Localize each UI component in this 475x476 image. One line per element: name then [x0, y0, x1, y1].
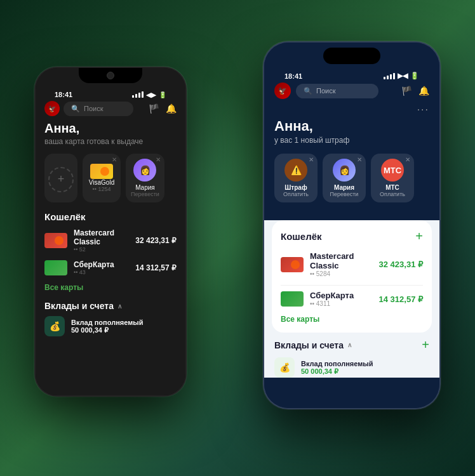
search-bar-left[interactable]: 🔍 Поиск	[64, 102, 133, 116]
card-info-sber-right: СберКарта •• 4311	[310, 291, 373, 307]
deposit-item-right[interactable]: 💰 Вклад пополняемый 50 000,34 ₽	[274, 357, 429, 378]
bell-icon-left[interactable]: 🔔	[166, 103, 177, 114]
card-info-mc-right: Mastercard Classic •• 5284	[310, 251, 373, 277]
deposit-balance-left: 50 000,34 ₽	[71, 326, 144, 334]
chevron-deposits-right: ∧	[347, 341, 352, 348]
visa-card-thumb	[90, 164, 113, 179]
maria-label-right: Мария	[334, 184, 354, 191]
wallet-title-left: Кошелёк	[44, 211, 177, 222]
card-info-mc-left: Mastercard Classic •• 52	[74, 228, 129, 253]
sber-name-left: СберКарта	[74, 260, 129, 269]
deposit-icon-left: 💰	[44, 316, 65, 336]
sber-number-right: •• 4311	[310, 300, 373, 307]
card-item-mc-left[interactable]: Mastercard Classic •• 52 32 423,31 ₽	[44, 228, 177, 253]
phone-left: 18:41 ◀▶ 🔋 🦅	[34, 67, 187, 397]
deposit-info-left: Вклад пополняемый 50 000,34 ₽	[71, 319, 144, 334]
maria-avatar-left: 👩	[133, 159, 156, 182]
close-maria-right[interactable]: ✕	[357, 156, 362, 163]
subtitle-right: у вас 1 новый штраф	[274, 136, 429, 145]
mts-action[interactable]: ✕ МТС МТС Оплатить	[371, 154, 414, 202]
greeting-right: Анна,	[274, 118, 429, 135]
maria-action-left[interactable]: ✕ 👩 Мария Перевести	[126, 154, 164, 202]
sber-name-right: СберКарта	[310, 291, 373, 300]
all-cards-left[interactable]: Все карты	[44, 283, 177, 292]
deposits-title-left: Вклады и счета ∧	[44, 301, 177, 311]
top-section-right: 18:41 ▶◀ 🔋 🦅	[264, 69, 439, 213]
add-action-left[interactable]: +	[44, 154, 77, 202]
mc-balance-left: 32 423,31 ₽	[135, 236, 177, 245]
fine-label: Штраф	[284, 184, 307, 191]
time-right: 18:41	[284, 72, 302, 80]
close-visa[interactable]: ✕	[112, 156, 117, 163]
close-fine[interactable]: ✕	[309, 156, 314, 163]
mc-thumb-right	[281, 257, 304, 272]
visa-card-action[interactable]: ✕ VisaGold •• 1254	[83, 154, 121, 202]
search-placeholder-left: Поиск	[84, 105, 103, 112]
mc-number-right: •• 5284	[310, 270, 373, 277]
status-icons-right: ▶◀ 🔋	[384, 72, 419, 80]
deposit-item-left[interactable]: 💰 Вклад пополняемый 50 000,34 ₽	[44, 316, 177, 336]
camera-left	[107, 72, 114, 79]
fine-sublabel: Оплатить	[283, 191, 309, 197]
status-bar-left: 18:41 ◀▶ 🔋	[44, 88, 177, 101]
mts-label: МТС	[385, 184, 399, 191]
mc-number-left: •• 52	[74, 246, 129, 253]
mc-name-right: Mastercard Classic	[310, 251, 373, 270]
phone-right: 18:41 ▶◀ 🔋 🦅	[263, 41, 441, 409]
search-bar-right[interactable]: 🔍 Поиск	[296, 84, 378, 98]
dynamic-island	[323, 48, 380, 64]
add-card-btn[interactable]: +	[415, 229, 423, 244]
mts-sublabel: Оплатить	[380, 191, 405, 197]
time-left: 18:41	[55, 91, 72, 98]
all-cards-right[interactable]: Все карты	[281, 315, 423, 324]
visa-sublabel: •• 1254	[93, 186, 111, 192]
deposit-icon-right: 💰	[274, 357, 295, 378]
status-icons-left: ◀▶ 🔋	[132, 91, 166, 98]
flag-icon-right: 🏴	[401, 86, 412, 96]
card-info-sber-left: СберКарта •• 43	[74, 260, 129, 275]
brand-icon-right: 🦅	[274, 83, 291, 99]
sber-thumb-left	[44, 260, 67, 275]
header-row-left: 🦅 🔍 Поиск 🏴 🔔	[44, 101, 177, 116]
card-item-mc-right[interactable]: Mastercard Classic •• 5284 32 423,31 ₽	[281, 251, 423, 277]
search-placeholder-right: Поиск	[316, 87, 335, 95]
deposits-section-right: Вклады и счета ∧ + 💰 Вклад пополняемый 5…	[264, 338, 439, 378]
greeting-left: Анна,	[44, 121, 177, 136]
three-dots-right[interactable]: ···	[417, 104, 429, 116]
bell-icon-right[interactable]: 🔔	[418, 86, 429, 96]
quick-actions-right: ✕ ⚠️ Штраф Оплатить ✕ 👩 Мария Перевести …	[274, 154, 429, 202]
separator-right	[281, 285, 423, 286]
card-item-sber-left[interactable]: СберКарта •• 43 14 312,57 ₽	[44, 260, 177, 275]
brand-icon-left: 🦅	[44, 101, 60, 116]
mc-name-left: Mastercard Classic	[74, 228, 129, 246]
maria-action-right[interactable]: ✕ 👩 Мария Перевести	[323, 154, 366, 202]
status-bar-right: 18:41 ▶◀ 🔋	[274, 69, 429, 83]
quick-actions-left: + ✕ VisaGold •• 1254 ✕ 👩 Мария Перевести	[44, 154, 177, 202]
sber-number-left: •• 43	[74, 269, 129, 275]
header-icons-left: 🏴 🔔	[149, 103, 177, 114]
deposit-name-left: Вклад пополняемый	[71, 319, 144, 326]
close-maria-left[interactable]: ✕	[156, 156, 161, 163]
sber-balance-left: 14 312,57 ₽	[135, 263, 177, 272]
maria-label-left: Мария	[135, 184, 155, 191]
maria-avatar-right: 👩	[333, 159, 356, 182]
header-icons-right: 🏴 🔔	[401, 86, 429, 96]
notch-left	[79, 68, 142, 83]
fine-icon: ⚠️	[284, 159, 307, 182]
wallet-section-right: Кошелёк + Mastercard Classic •• 5284 32 …	[272, 220, 432, 333]
deposits-title-right: Вклады и счета ∧ +	[274, 338, 429, 352]
mts-icon: МТС	[381, 159, 404, 182]
close-mts[interactable]: ✕	[405, 156, 410, 163]
mc-balance-right: 32 423,31 ₽	[379, 260, 423, 269]
wallet-title-right: Кошелёк	[281, 231, 322, 242]
add-deposit-btn[interactable]: +	[422, 338, 429, 352]
visa-label: VisaGold	[89, 179, 114, 186]
card-item-sber-right[interactable]: СберКарта •• 4311 14 312,57 ₽	[281, 291, 423, 307]
phones-container: 18:41 ◀▶ 🔋 🦅	[15, 16, 460, 460]
flag-icon-left: 🏴	[149, 103, 159, 114]
add-icon-left[interactable]: +	[48, 167, 74, 192]
header-row-right: 🦅 🔍 Поиск 🏴 🔔	[274, 83, 429, 99]
wallet-header-right: Кошелёк +	[281, 229, 423, 244]
fine-action[interactable]: ✕ ⚠️ Штраф Оплатить	[274, 154, 318, 202]
deposit-balance-right: 50 000,34 ₽	[301, 367, 373, 376]
